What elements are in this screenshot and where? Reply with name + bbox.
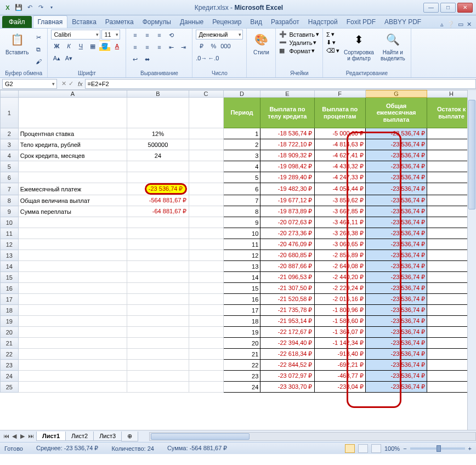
cell-B13[interactable] xyxy=(127,250,189,261)
cell-C14[interactable] xyxy=(189,261,223,272)
cell-A16[interactable] xyxy=(18,283,127,294)
row-header-8[interactable]: 8 xyxy=(1,195,19,206)
cell-A24[interactable] xyxy=(18,371,127,382)
sheet-tab-1[interactable]: Лист1 xyxy=(36,432,66,441)
row-header-20[interactable]: 20 xyxy=(1,327,19,338)
cell-C8[interactable] xyxy=(189,195,223,206)
cell-G19[interactable]: -23 536,74 ₽ xyxy=(365,316,427,327)
worksheet-grid[interactable]: ABCDEFGH 1ПериодВыплата по телу кредитаВ… xyxy=(0,90,476,430)
cell-B24[interactable] xyxy=(127,371,189,382)
row-header-7[interactable]: 7 xyxy=(1,183,19,195)
column-header-F[interactable]: F xyxy=(314,90,365,98)
cell-E2[interactable]: -18 536,74 ₽ xyxy=(260,128,314,139)
cell-B21[interactable] xyxy=(127,338,189,349)
cell-G14[interactable]: -23 536,74 ₽ xyxy=(365,261,427,272)
cell-E3[interactable]: -18 722,10 ₽ xyxy=(260,139,314,150)
cell-F6[interactable]: -4 247,33 ₽ xyxy=(314,172,365,183)
cell-E10[interactable]: -20 072,63 ₽ xyxy=(260,217,314,228)
cell-C25[interactable] xyxy=(189,382,223,393)
align-center-icon[interactable]: ≡ xyxy=(141,42,152,53)
styles-button[interactable]: 🎨 Стили xyxy=(250,30,272,56)
cell-F20[interactable]: -1 364,07 ₽ xyxy=(314,327,365,338)
column-header-E[interactable]: E xyxy=(260,90,314,98)
cell-A2[interactable]: Процентная ставка xyxy=(18,128,127,139)
fill-button[interactable]: ⬇ ▾ xyxy=(326,39,339,46)
cell-E11[interactable]: -20 273,36 ₽ xyxy=(260,228,314,239)
cell-A3[interactable]: Тело кредита, рублей xyxy=(18,139,127,150)
minimize-button[interactable]: — xyxy=(423,3,439,13)
row-header-25[interactable]: 25 xyxy=(1,382,19,393)
orientation-icon[interactable]: ⟲ xyxy=(166,30,177,41)
cell-F14[interactable]: -2 649,08 ₽ xyxy=(314,261,365,272)
cell-E1[interactable]: Выплата по телу кредита xyxy=(260,98,314,128)
cell-C13[interactable] xyxy=(189,250,223,261)
cell-D6[interactable]: 5 xyxy=(223,172,260,183)
cell-B5[interactable] xyxy=(127,161,189,172)
align-bottom-icon[interactable]: ≡ xyxy=(154,30,165,41)
cell-E21[interactable]: -22 394,40 ₽ xyxy=(260,338,314,349)
cell-F21[interactable]: -1 142,34 ₽ xyxy=(314,338,365,349)
fx-icon[interactable]: fx xyxy=(76,81,85,87)
cell-F17[interactable]: -2 016,16 ₽ xyxy=(314,294,365,305)
cell-D25[interactable]: 24 xyxy=(223,382,260,393)
tab-layout[interactable]: Разметка xyxy=(101,16,138,28)
cell-B4[interactable]: 24 xyxy=(127,150,189,161)
tab-home[interactable]: Главная xyxy=(33,15,68,28)
cell-G24[interactable]: -23 536,74 ₽ xyxy=(365,371,427,382)
border-button[interactable]: ▦ xyxy=(87,41,98,52)
cell-C6[interactable] xyxy=(189,172,223,183)
cell-D20[interactable]: 19 xyxy=(223,327,260,338)
ribbon-options-icon[interactable]: ▭ xyxy=(458,21,463,28)
cell-A14[interactable] xyxy=(18,261,127,272)
row-header-3[interactable]: 3 xyxy=(1,139,19,150)
help-icon[interactable]: ❔ xyxy=(447,21,455,28)
cell-G3[interactable]: -23 536,74 ₽ xyxy=(365,139,427,150)
cell-B2[interactable]: 12% xyxy=(127,128,189,139)
cell-C4[interactable] xyxy=(189,150,223,161)
cell-A13[interactable] xyxy=(18,250,127,261)
row-header-12[interactable]: 12 xyxy=(1,239,19,250)
row-header-5[interactable]: 5 xyxy=(1,161,19,172)
row-header-24[interactable]: 24 xyxy=(1,371,19,382)
cell-F2[interactable]: -5 000,00 ₽ xyxy=(314,128,365,139)
cell-F10[interactable]: -3 464,11 ₽ xyxy=(314,217,365,228)
cell-D22[interactable]: 21 xyxy=(223,349,260,360)
sheet-tab-2[interactable]: Лист2 xyxy=(65,432,94,441)
tab-developer[interactable]: Разработ xyxy=(267,16,304,28)
cell-A18[interactable] xyxy=(18,305,127,316)
cancel-formula-icon[interactable]: ✕ xyxy=(61,80,66,87)
cell-D3[interactable]: 2 xyxy=(223,139,260,150)
cell-F24[interactable]: -463,77 ₽ xyxy=(314,371,365,382)
vertical-scrollbar[interactable] xyxy=(467,90,476,430)
cell-A19[interactable] xyxy=(18,316,127,327)
row-header-19[interactable]: 19 xyxy=(1,316,19,327)
increase-indent-icon[interactable]: ⇥ xyxy=(178,42,189,53)
row-header-17[interactable]: 17 xyxy=(1,294,19,305)
cell-E5[interactable]: -19 098,42 ₽ xyxy=(260,161,314,172)
cell-C16[interactable] xyxy=(189,283,223,294)
cell-B11[interactable] xyxy=(127,228,189,239)
enter-formula-icon[interactable]: ✓ xyxy=(69,80,73,87)
cell-G11[interactable]: -23 536,74 ₽ xyxy=(365,228,427,239)
cell-G17[interactable]: -23 536,74 ₽ xyxy=(365,294,427,305)
increase-font-icon[interactable]: A▴ xyxy=(51,53,62,64)
cell-D23[interactable]: 22 xyxy=(223,360,260,371)
cell-E25[interactable]: -23 303,70 ₽ xyxy=(260,382,314,393)
cell-F5[interactable]: -4 438,32 ₽ xyxy=(314,161,365,172)
horizontal-scrollbar[interactable] xyxy=(149,432,476,441)
cell-C9[interactable] xyxy=(189,206,223,217)
cell-G4[interactable]: -23 536,74 ₽ xyxy=(365,150,427,161)
cell-A10[interactable] xyxy=(18,217,127,228)
row-header-4[interactable]: 4 xyxy=(1,150,19,161)
row-header-13[interactable]: 13 xyxy=(1,250,19,261)
cell-B6[interactable] xyxy=(127,172,189,183)
clear-button[interactable]: ⌫ ▾ xyxy=(326,47,339,54)
tab-review[interactable]: Рецензир xyxy=(208,16,246,28)
cell-G1[interactable]: Общая ежемесячная выплата xyxy=(365,98,427,128)
sheet-nav-last-icon[interactable]: ⏭ xyxy=(27,433,35,440)
cell-F8[interactable]: -3 859,62 ₽ xyxy=(314,195,365,206)
cell-B18[interactable] xyxy=(127,305,189,316)
font-name-select[interactable]: Calibri xyxy=(51,30,100,39)
cell-B7[interactable]: -23 536,74 ₽ xyxy=(127,183,189,195)
column-header-D[interactable]: D xyxy=(223,90,260,98)
